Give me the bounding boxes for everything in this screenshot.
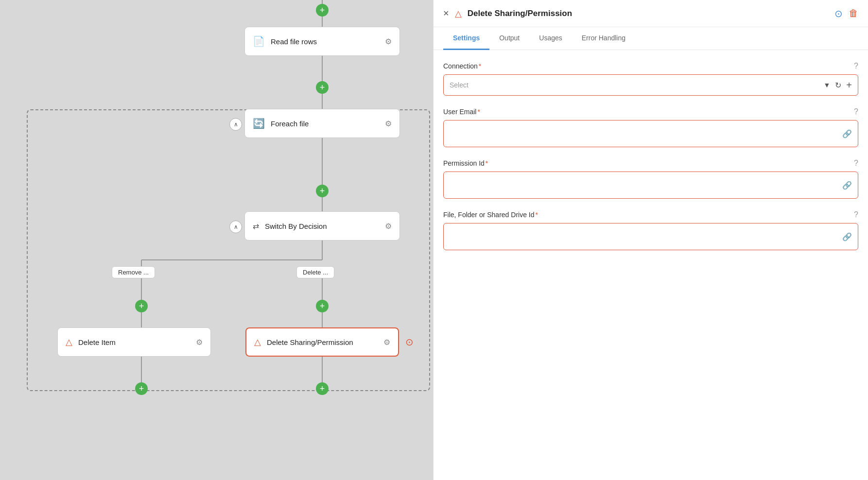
delete-sharing-label: Delete Sharing/Permission — [267, 338, 383, 346]
workflow-canvas: 📄 Read file rows ⚙ + ∧ 🔄 Foreach file ⚙ … — [0, 0, 433, 480]
node-delete-item[interactable]: △ Delete Item ⚙ — [57, 327, 211, 357]
permission-id-link-icon[interactable]: 🔗 — [842, 181, 852, 190]
panel-title: Delete Sharing/Permission — [468, 9, 829, 18]
user-email-link-icon[interactable]: 🔗 — [842, 129, 852, 138]
connection-add-icon[interactable]: + — [846, 80, 852, 91]
delete-item-icon: △ — [66, 337, 72, 347]
tab-error-handling[interactable]: Error Handling — [572, 27, 635, 50]
plus-after-read[interactable]: + — [316, 81, 329, 94]
error-badge: ⊙ — [405, 336, 414, 348]
tab-settings[interactable]: Settings — [443, 27, 489, 50]
file-folder-required: * — [536, 211, 538, 219]
settings-panel: × △ Delete Sharing/Permission ⊙ 🗑 Settin… — [433, 0, 868, 480]
foreach-gear[interactable]: ⚙ — [385, 119, 392, 128]
node-foreach-file[interactable]: 🔄 Foreach file ⚙ — [244, 109, 400, 138]
panel-tabs: Settings Output Usages Error Handling — [434, 27, 868, 50]
permission-id-field-group: Permission Id * ? 🔗 — [443, 159, 858, 199]
user-email-label: User Email * ? — [443, 107, 858, 116]
panel-close-button[interactable]: × — [443, 8, 449, 19]
file-folder-link-icon[interactable]: 🔗 — [842, 232, 852, 241]
panel-title-icon: △ — [455, 8, 462, 19]
connection-select-text: Select — [450, 81, 823, 89]
connection-field-group: Connection * ? Select ▼ ↻ + — [443, 62, 858, 96]
plus-bottom-left[interactable]: + — [135, 382, 148, 395]
plus-right-branch[interactable]: + — [316, 300, 329, 312]
panel-header: × △ Delete Sharing/Permission ⊙ 🗑 — [434, 0, 868, 27]
plus-left-branch[interactable]: + — [135, 300, 148, 312]
read-file-rows-gear[interactable]: ⚙ — [385, 37, 392, 46]
connection-required: * — [479, 62, 481, 70]
file-folder-field[interactable]: 🔗 — [443, 223, 858, 250]
branch-remove: Remove ... — [112, 266, 155, 278]
node-read-file-rows[interactable]: 📄 Read file rows ⚙ — [244, 27, 400, 56]
file-folder-field-group: File, Folder or Shared Drive Id * ? 🔗 — [443, 210, 858, 250]
file-folder-input[interactable] — [450, 233, 842, 240]
panel-header-actions: ⊙ 🗑 — [834, 8, 858, 19]
file-folder-help-icon[interactable]: ? — [854, 210, 858, 219]
read-file-rows-label: Read file rows — [271, 37, 385, 46]
foreach-icon: 🔄 — [253, 118, 265, 129]
delete-sharing-gear[interactable]: ⚙ — [383, 338, 390, 347]
file-folder-label: File, Folder or Shared Drive Id * ? — [443, 210, 858, 219]
panel-trash-button[interactable]: 🗑 — [849, 8, 858, 19]
branch-delete: Delete ... — [296, 266, 334, 278]
foreach-label: Foreach file — [271, 120, 385, 128]
delete-sharing-icon: △ — [254, 337, 261, 347]
connection-refresh-icon[interactable]: ↻ — [835, 81, 841, 90]
user-email-input[interactable] — [450, 130, 842, 137]
switch-gear[interactable]: ⚙ — [385, 222, 392, 231]
connection-chevron-icon[interactable]: ▼ — [823, 81, 830, 89]
delete-item-gear[interactable]: ⚙ — [196, 338, 203, 347]
foreach-collapse[interactable]: ∧ — [229, 118, 242, 131]
user-email-help-icon[interactable]: ? — [854, 107, 858, 116]
plus-bottom-right[interactable]: + — [316, 382, 329, 395]
permission-id-help-icon[interactable]: ? — [854, 159, 858, 168]
node-switch-by-decision[interactable]: ⇄ Switch By Decision ⚙ — [244, 211, 400, 240]
connection-help-icon[interactable]: ? — [854, 62, 858, 70]
connection-label: Connection * ? — [443, 62, 858, 70]
read-file-rows-icon: 📄 — [253, 35, 265, 47]
switch-collapse[interactable]: ∧ — [229, 221, 242, 233]
permission-id-field[interactable]: 🔗 — [443, 171, 858, 199]
switch-label: Switch By Decision — [265, 222, 385, 230]
panel-content: Connection * ? Select ▼ ↻ + User Email *… — [434, 50, 868, 480]
permission-id-label: Permission Id * ? — [443, 159, 858, 168]
plus-after-foreach[interactable]: + — [316, 185, 329, 197]
switch-icon: ⇄ — [253, 222, 259, 231]
tab-usages[interactable]: Usages — [529, 27, 572, 50]
panel-settings-icon[interactable]: ⊙ — [834, 8, 843, 19]
connection-select[interactable]: Select ▼ ↻ + — [443, 74, 858, 96]
plus-top[interactable]: + — [316, 4, 329, 17]
user-email-required: * — [477, 108, 480, 116]
permission-id-required: * — [486, 159, 488, 167]
tab-output[interactable]: Output — [489, 27, 529, 50]
node-delete-sharing[interactable]: △ Delete Sharing/Permission ⚙ ⊙ — [245, 327, 399, 357]
user-email-field-group: User Email * ? 🔗 — [443, 107, 858, 147]
delete-item-label: Delete Item — [78, 338, 196, 346]
user-email-field[interactable]: 🔗 — [443, 120, 858, 147]
connection-select-actions: ▼ ↻ + — [823, 80, 852, 91]
permission-id-input[interactable] — [450, 181, 842, 189]
